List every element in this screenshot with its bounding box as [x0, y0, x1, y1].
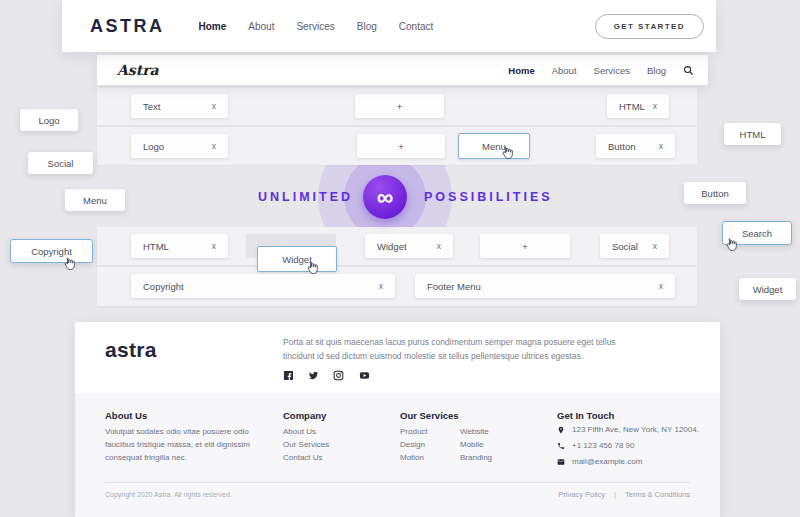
legal-separator: | — [614, 490, 616, 499]
get-started-button[interactable]: GET STARTED — [595, 14, 704, 39]
contact-address: 123 Fifth Ave, New York, NY 12004. — [572, 425, 699, 434]
header-item-blog[interactable]: Blog — [647, 65, 666, 76]
remove-icon[interactable]: x — [212, 101, 216, 111]
topnav-item-services[interactable]: Services — [296, 21, 334, 32]
astra-logo: ASTRA — [90, 16, 165, 37]
chip-logo[interactable]: Logo x — [131, 134, 228, 158]
remove-icon[interactable]: x — [659, 281, 663, 291]
floating-label-social[interactable]: Social — [28, 152, 93, 174]
twitter-icon[interactable] — [308, 370, 319, 381]
chip-footer-menu[interactable]: Footer Menu x — [415, 274, 675, 298]
footer-link-our-services[interactable]: Our Services — [283, 438, 329, 451]
header-item-about[interactable]: About — [552, 65, 577, 76]
hero-text-unlimited: UNLIMITED — [258, 190, 353, 204]
contact-email[interactable]: mail@example.com — [572, 457, 642, 466]
remove-icon[interactable]: x — [212, 241, 216, 251]
footer-link-motion[interactable]: Motion — [400, 451, 428, 464]
phone-icon — [557, 442, 565, 450]
terms-conditions-link[interactable]: Terms & Conditions — [625, 490, 690, 499]
footer-link-mobile[interactable]: Mobile — [460, 438, 492, 451]
contact-address-row: 123 Fifth Ave, New York, NY 12004. — [557, 425, 699, 434]
footer-link-product[interactable]: Product — [400, 425, 428, 438]
footer-copyright: Copyright 2020 Astra. All rights reserve… — [105, 491, 232, 498]
astra-footer-logo: astra — [105, 338, 157, 362]
footer-link-about-us[interactable]: About Us — [283, 425, 329, 438]
floating-label-html[interactable]: HTML — [724, 123, 781, 145]
floating-label-menu[interactable]: Menu — [65, 189, 125, 211]
add-widget-button[interactable]: + — [355, 94, 444, 118]
footer-heading-about: About Us — [105, 410, 147, 421]
hand-cursor-icon — [500, 145, 515, 164]
topnav-item-blog[interactable]: Blog — [357, 21, 377, 32]
facebook-icon[interactable] — [283, 370, 294, 381]
floating-label-logo[interactable]: Logo — [20, 109, 78, 131]
add-widget-button[interactable]: + — [480, 234, 570, 258]
remove-icon[interactable]: x — [379, 281, 383, 291]
footer-contact-list: 123 Fifth Ave, New York, NY 12004. +1 12… — [557, 425, 699, 466]
chip-button[interactable]: Button x — [596, 134, 675, 158]
hand-cursor-icon — [724, 237, 739, 256]
contact-phone[interactable]: +1 123 456 78 90 — [572, 441, 635, 450]
top-nav-links: Home About Services Blog Contact — [199, 21, 434, 32]
chip-text[interactable]: Text x — [131, 94, 228, 118]
remove-icon[interactable]: x — [437, 241, 441, 251]
topnav-item-contact[interactable]: Contact — [399, 21, 433, 32]
astra-builder-page: ASTRA Home About Services Blog Contact G… — [0, 0, 800, 517]
footer-link-website[interactable]: Website — [460, 425, 492, 438]
footer-company-links: About Us Our Services Contact Us — [283, 425, 329, 464]
hand-cursor-icon — [305, 260, 320, 279]
chip-social[interactable]: Social x — [600, 234, 669, 258]
add-widget-button[interactable]: + — [357, 134, 445, 158]
footer-link-design[interactable]: Design — [400, 438, 428, 451]
site-footer: astra Porta at sit quis maecenas lacus p… — [75, 322, 720, 517]
footer-services-col2: Website Mobile Branding — [460, 425, 492, 464]
plus-icon: + — [522, 241, 528, 252]
chip-copyright[interactable]: Copyright x — [131, 274, 395, 298]
chip-widget-dragging[interactable]: Widget — [257, 246, 337, 272]
footer-description: Porta at sit quis maecenas lacus purus c… — [283, 335, 648, 363]
footer-about-text: Volutpat sodales odio vitae posuere odio… — [105, 425, 273, 464]
contact-email-row: mail@example.com — [557, 457, 699, 466]
chip-widget[interactable]: Widget x — [365, 234, 453, 258]
footer-social-icons — [283, 370, 371, 381]
floating-label-copyright[interactable]: Copyright — [10, 239, 93, 263]
envelope-icon — [557, 458, 565, 466]
topnav-item-about[interactable]: About — [248, 21, 274, 32]
remove-icon[interactable]: x — [653, 101, 657, 111]
hand-cursor-icon — [62, 256, 77, 275]
footer-link-contact-us[interactable]: Contact Us — [283, 451, 329, 464]
remove-icon[interactable]: x — [659, 141, 663, 151]
chip-html-footer[interactable]: HTML x — [131, 234, 228, 258]
footer-services-col1: Product Design Motion — [400, 425, 428, 464]
remove-icon[interactable]: x — [653, 241, 657, 251]
top-navbar: ASTRA Home About Services Blog Contact G… — [62, 0, 716, 52]
footer-heading-company: Company — [283, 410, 326, 421]
astra-script-logo: Astra — [117, 62, 159, 78]
header-item-services[interactable]: Services — [594, 65, 630, 76]
floating-label-widget[interactable]: Widget — [739, 278, 796, 300]
footer-link-branding[interactable]: Branding — [460, 451, 492, 464]
youtube-icon[interactable] — [358, 370, 371, 381]
privacy-policy-link[interactable]: Privacy Policy — [558, 490, 605, 499]
site-header: Astra Home About Services Blog — [97, 55, 708, 85]
footer-heading-contact: Get In Touch — [557, 410, 614, 421]
infinity-icon: ∞ — [363, 175, 407, 219]
topnav-item-home[interactable]: Home — [199, 21, 227, 32]
footer-legal-links: Privacy Policy | Terms & Conditions — [558, 490, 690, 499]
chip-html[interactable]: HTML x — [607, 94, 669, 118]
chip-menu-dragging[interactable]: Menu — [458, 133, 530, 159]
hero-text-possibilities: POSSIBILITIES — [424, 190, 553, 204]
floating-label-button[interactable]: Button — [684, 182, 746, 204]
search-icon[interactable] — [683, 65, 694, 76]
site-header-links: Home About Services Blog — [508, 65, 694, 76]
plus-icon: + — [397, 101, 403, 112]
instagram-icon[interactable] — [333, 370, 344, 381]
location-pin-icon — [557, 426, 565, 434]
footer-divider — [105, 482, 690, 483]
footer-heading-services: Our Services — [400, 410, 459, 421]
contact-phone-row: +1 123 456 78 90 — [557, 441, 699, 450]
plus-icon: + — [398, 141, 404, 152]
remove-icon[interactable]: x — [212, 141, 216, 151]
header-item-home[interactable]: Home — [508, 65, 534, 76]
